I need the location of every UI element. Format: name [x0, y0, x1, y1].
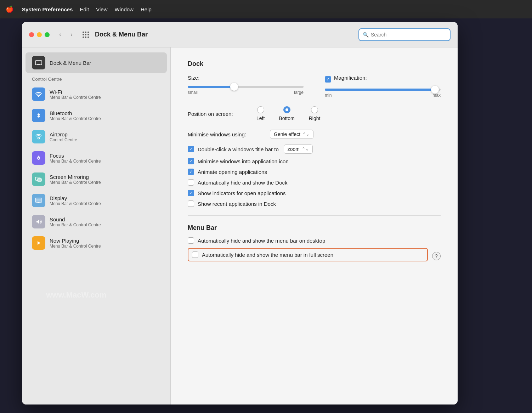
autohide-desktop-checkbox[interactable] — [188, 237, 194, 244]
minimise-select[interactable]: Genie effect ⌃⌄ — [270, 130, 313, 139]
position-left-radio[interactable] — [257, 106, 264, 113]
divider — [188, 215, 441, 216]
sound-sublabel: Menu Bar & Control Centre — [50, 222, 101, 227]
now-playing-label: Now Playing — [50, 238, 101, 244]
sidebar-item-focus[interactable]: Focus Menu Bar & Control Centre — [26, 148, 167, 168]
now-playing-text: Now Playing Menu Bar & Control Centre — [50, 238, 101, 249]
mag-max-label: max — [432, 93, 441, 98]
main-panel: Dock Size: small large ✓ — [171, 47, 458, 404]
sidebar-item-bluetooth[interactable]: Bluetooth Menu Bar & Control Centre — [26, 105, 167, 126]
back-button[interactable]: ‹ — [55, 30, 65, 40]
help-button[interactable]: ? — [432, 252, 441, 260]
double-click-value: zoom — [288, 146, 300, 152]
sidebar-item-wifi[interactable]: Wi-Fi Menu Bar & Control Centre — [26, 84, 167, 104]
minimise-into-icon-checkbox[interactable]: ✓ — [188, 158, 194, 164]
window-menu[interactable]: Window — [115, 6, 134, 12]
help-menu[interactable]: Help — [141, 6, 152, 12]
magnification-checkbox[interactable]: ✓ — [325, 76, 331, 83]
menubar-section-title: Menu Bar — [188, 224, 441, 232]
now-playing-sublabel: Menu Bar & Control Centre — [50, 244, 101, 249]
magnification-label: Magnification: — [334, 75, 367, 81]
bluetooth-sublabel: Menu Bar & Control Centre — [50, 116, 101, 121]
double-click-chevron-icon: ⌃⌄ — [302, 147, 309, 152]
svg-point-0 — [83, 32, 84, 33]
position-bottom[interactable]: Bottom — [279, 106, 294, 121]
svg-point-1 — [85, 32, 86, 33]
double-click-label: Double-click a window's title bar to — [198, 146, 279, 152]
sidebar-item-display[interactable]: Display Menu Bar & Control Centre — [26, 190, 167, 211]
view-menu[interactable]: View — [96, 6, 107, 12]
app-name-menu[interactable]: System Preferences — [22, 6, 73, 12]
apple-menu-icon[interactable]: 🍎 — [6, 5, 13, 13]
control-centre-section-label: Control Centre — [22, 74, 170, 83]
sidebar-item-airdrop[interactable]: AirDrop Control Centre — [26, 126, 167, 147]
minimise-chevron-icon: ⌃⌄ — [302, 132, 310, 137]
airdrop-icon — [32, 130, 45, 143]
display-sublabel: Menu Bar & Control Centre — [50, 201, 101, 206]
focus-sublabel: Menu Bar & Control Centre — [50, 159, 101, 164]
size-label: Size: — [188, 75, 304, 81]
sidebar-item-sound[interactable]: Sound Menu Bar & Control Centre — [26, 211, 167, 232]
svg-rect-10 — [37, 64, 40, 64]
wifi-sublabel: Menu Bar & Control Centre — [50, 95, 101, 100]
position-right[interactable]: Right — [309, 106, 321, 121]
position-left[interactable]: Left — [256, 106, 265, 121]
svg-rect-18 — [36, 199, 41, 202]
screen-mirroring-sublabel: Menu Bar & Control Centre — [50, 180, 101, 185]
svg-point-3 — [83, 34, 84, 35]
airdrop-text: AirDrop Control Centre — [50, 131, 77, 142]
show-indicators-label: Show indicators for open applications — [198, 190, 285, 196]
svg-point-12 — [38, 137, 40, 139]
sidebar-item-screen-mirroring[interactable]: Screen Mirroring Menu Bar & Control Cent… — [26, 169, 167, 189]
display-text: Display Menu Bar & Control Centre — [50, 195, 101, 206]
search-icon: 🔍 — [363, 32, 369, 38]
autohide-dock-label: Automatically hide and show the Dock — [198, 180, 287, 186]
autohide-fullscreen-label: Automatically hide and show the menu bar… — [202, 252, 333, 258]
position-bottom-radio[interactable] — [283, 106, 290, 113]
autohide-dock-row: Automatically hide and show the Dock — [188, 179, 441, 186]
show-indicators-checkbox[interactable]: ✓ — [188, 190, 194, 196]
edit-menu[interactable]: Edit — [80, 6, 89, 12]
traffic-lights — [29, 32, 50, 37]
minimise-label: Minimise windows using: — [188, 131, 266, 137]
screen-mirroring-label: Screen Mirroring — [50, 174, 101, 180]
preferences-window: ‹ › Dock & Menu Bar 🔍 — [22, 22, 458, 404]
animate-checkbox[interactable]: ✓ — [188, 169, 194, 175]
size-small-label: small — [188, 90, 198, 95]
forward-button[interactable]: › — [67, 30, 77, 40]
search-input[interactable] — [371, 32, 446, 38]
display-icon — [32, 194, 45, 207]
sound-label: Sound — [50, 216, 101, 222]
airdrop-sublabel: Control Centre — [50, 137, 77, 142]
zoom-button[interactable] — [45, 32, 50, 37]
dock-section-title: Dock — [188, 60, 441, 68]
grid-icon[interactable] — [81, 30, 91, 40]
svg-marker-19 — [38, 241, 40, 245]
svg-point-4 — [85, 34, 86, 35]
search-box[interactable]: 🔍 — [358, 28, 451, 41]
bluetooth-text: Bluetooth Menu Bar & Control Centre — [50, 110, 101, 121]
wifi-label: Wi-Fi — [50, 89, 101, 95]
window-title: Dock & Menu Bar — [95, 31, 358, 38]
double-click-checkbox[interactable]: ✓ — [188, 146, 194, 152]
minimize-button[interactable] — [37, 32, 42, 37]
autohide-desktop-label: Automatically hide and show the menu bar… — [198, 238, 325, 244]
svg-point-5 — [87, 34, 89, 35]
autohide-dock-checkbox[interactable] — [188, 179, 194, 186]
show-recent-checkbox[interactable] — [188, 200, 194, 207]
show-recent-label: Show recent applications in Dock — [198, 201, 276, 207]
mag-min-label: min — [325, 93, 332, 98]
position-right-label: Right — [309, 115, 321, 121]
sidebar-item-now-playing[interactable]: Now Playing Menu Bar & Control Centre — [26, 233, 167, 253]
magnification-slider[interactable] — [325, 89, 441, 91]
position-right-radio[interactable] — [311, 106, 318, 113]
sidebar-item-dock-menu-bar[interactable]: Dock & Menu Bar — [26, 52, 167, 73]
focus-text: Focus Menu Bar & Control Centre — [50, 153, 101, 164]
dock-menu-bar-icon — [32, 56, 45, 69]
nav-arrows: ‹ › — [55, 30, 77, 40]
autohide-fullscreen-checkbox[interactable] — [192, 251, 198, 258]
position-row: Position on screen: Left Bottom R — [188, 106, 441, 121]
double-click-select[interactable]: zoom ⌃⌄ — [284, 145, 313, 154]
size-slider[interactable] — [188, 86, 304, 88]
close-button[interactable] — [29, 32, 34, 37]
